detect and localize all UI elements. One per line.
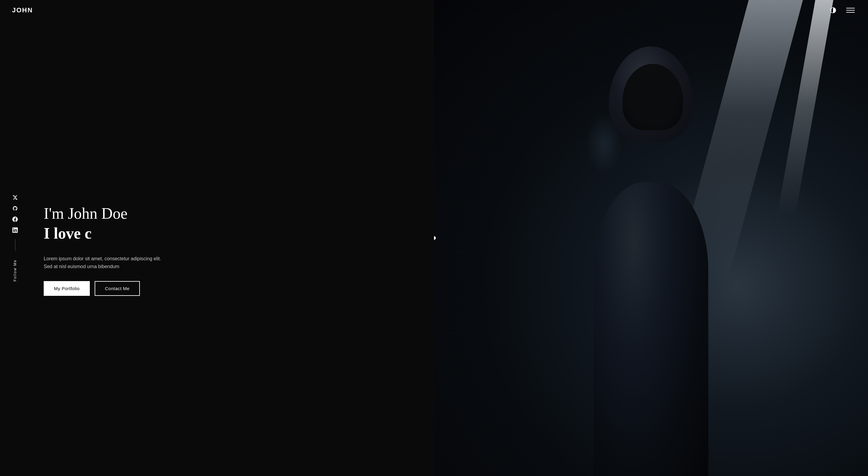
linkedin-icon	[12, 227, 18, 233]
linkedin-link[interactable]	[12, 227, 18, 233]
header: JOHN	[0, 0, 868, 21]
figure	[488, 24, 814, 476]
hero-buttons: My Portfolio Contact Me	[44, 281, 416, 296]
hero-name: I'm John Doe	[44, 204, 416, 223]
github-icon	[12, 206, 18, 211]
hood	[609, 46, 693, 143]
hero-tagline: I love c	[44, 224, 416, 243]
theme-icon	[830, 7, 837, 14]
social-sidebar: Follow Me	[12, 195, 18, 282]
twitter-link[interactable]	[12, 195, 18, 201]
twitter-icon	[12, 195, 18, 200]
hamburger-menu[interactable]	[845, 7, 856, 14]
facebook-link[interactable]	[12, 216, 18, 222]
facebook-icon	[12, 217, 18, 222]
hero-image	[434, 0, 868, 476]
hero-content: I'm John Doe I love c Lorem ipsum dolor …	[0, 24, 434, 476]
body-shape	[594, 182, 708, 476]
theme-toggle-button[interactable]	[828, 5, 838, 15]
right-panel	[434, 0, 868, 476]
photo-background	[434, 0, 868, 476]
header-right	[828, 5, 856, 15]
hamburger-line-3	[846, 12, 855, 13]
main-layout: Follow Me I'm John Doe I love c Lorem ip…	[0, 0, 868, 476]
figure-body	[488, 24, 814, 476]
github-link[interactable]	[12, 205, 18, 212]
figure-glow	[586, 114, 622, 174]
social-divider	[15, 239, 16, 251]
follow-label: Follow Me	[13, 260, 17, 282]
hero-description: Lorem ipsum dolor sit amet, consectetur …	[44, 255, 170, 270]
hamburger-line-1	[846, 8, 855, 8]
portfolio-button[interactable]: My Portfolio	[44, 281, 90, 296]
logo: JOHN	[12, 6, 33, 14]
hamburger-line-2	[846, 10, 855, 10]
hood-inner	[623, 64, 683, 130]
contact-button[interactable]: Contact Me	[95, 281, 140, 296]
left-panel: Follow Me I'm John Doe I love c Lorem ip…	[0, 0, 434, 476]
indicator-dot	[434, 236, 436, 240]
